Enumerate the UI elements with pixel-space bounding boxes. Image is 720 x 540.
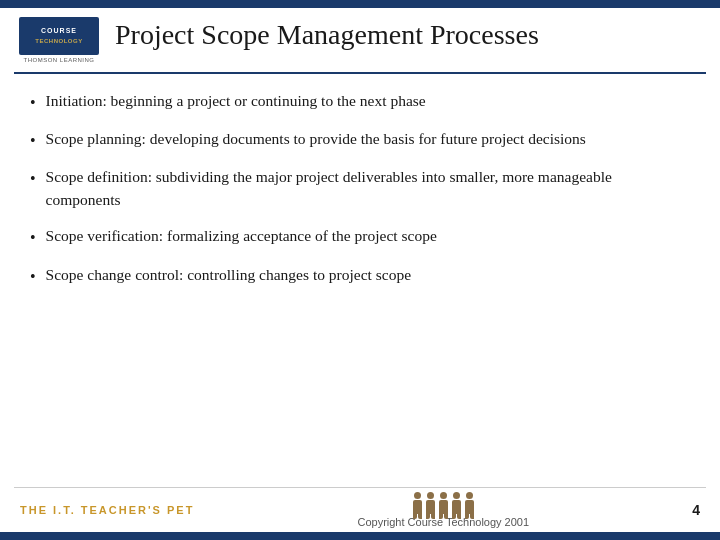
- slide: COURSE TECHNOLOGY THOMSON LEARNING Proje…: [0, 0, 720, 540]
- logo-sub: THOMSON LEARNING: [23, 57, 94, 63]
- title-divider: [14, 72, 706, 74]
- footer: THE I.T. TEACHER'S PET: [0, 492, 720, 528]
- bullet-icon: •: [30, 167, 36, 190]
- bullet-text-5: Scope change control: controlling change…: [46, 264, 411, 286]
- footer-divider: [14, 487, 706, 488]
- bullet-text-1: Initiation: beginning a project or conti…: [46, 90, 426, 112]
- bullet-text-4: Scope verification: formalizing acceptan…: [46, 225, 437, 247]
- bottom-bar: [0, 532, 720, 540]
- bullet-text-3: Scope definition: subdividing the major …: [46, 166, 690, 211]
- top-bar: [0, 0, 720, 8]
- logo-area: COURSE TECHNOLOGY THOMSON LEARNING: [14, 12, 104, 67]
- page-number: 4: [692, 502, 700, 518]
- content-area: • Initiation: beginning a project or con…: [30, 90, 690, 460]
- figure-1: [413, 492, 422, 514]
- figure-3: [439, 492, 448, 514]
- bullet-icon: •: [30, 91, 36, 114]
- page-title: Project Scope Management Processes: [115, 18, 700, 52]
- list-item: • Scope definition: subdividing the majo…: [30, 166, 690, 211]
- list-item: • Initiation: beginning a project or con…: [30, 90, 690, 114]
- bullet-list: • Initiation: beginning a project or con…: [30, 90, 690, 288]
- figures-decoration: [413, 492, 474, 514]
- figure-2: [426, 492, 435, 514]
- footer-brand: THE I.T. TEACHER'S PET: [20, 504, 194, 516]
- bullet-icon: •: [30, 129, 36, 152]
- list-item: • Scope verification: formalizing accept…: [30, 225, 690, 249]
- logo-box: COURSE TECHNOLOGY: [19, 17, 99, 55]
- bullet-icon: •: [30, 226, 36, 249]
- bullet-text-2: Scope planning: developing documents to …: [46, 128, 586, 150]
- logo-text-bottom: TECHNOLOGY: [35, 38, 82, 44]
- figure-4: [452, 492, 461, 514]
- logo-text-top: COURSE: [41, 27, 77, 35]
- list-item: • Scope change control: controlling chan…: [30, 264, 690, 288]
- figure-5: [465, 492, 474, 514]
- bullet-icon: •: [30, 265, 36, 288]
- list-item: • Scope planning: developing documents t…: [30, 128, 690, 152]
